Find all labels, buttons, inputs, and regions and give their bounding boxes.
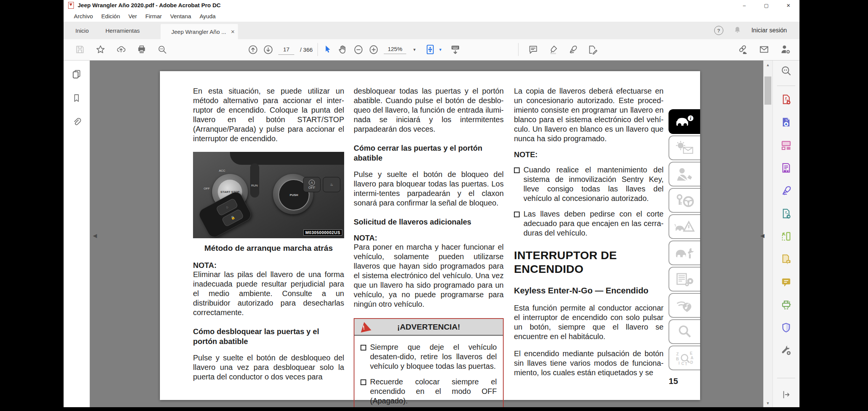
tab-inicio[interactable]: Inicio [75,22,89,39]
menu-firmar[interactable]: Firmar [141,13,166,19]
fill-sign-icon[interactable] [568,45,578,55]
zoom-level-value[interactable]: 125% [384,45,406,54]
chapter-tab-alphabetical-index: ZEABICTD [669,346,700,370]
warning-item: Siempre que deje el vehículo desaten-did… [361,342,497,371]
help-icon[interactable]: ? [714,26,723,35]
export-pdf-icon[interactable] [780,116,792,129]
svg-text:D: D [690,360,693,364]
collapse-right-panel-icon[interactable]: ◀ [760,233,764,239]
select-tool-icon[interactable] [323,45,333,54]
comment-tool-icon[interactable] [780,276,792,289]
warning-title: ¡ADVERTENCIA! [397,322,460,331]
tab-herramientas[interactable]: Herramientas [105,22,140,39]
customize-tools-icon[interactable] [780,345,792,358]
scroll-up-icon[interactable]: ▲ [763,61,772,69]
menu-ver[interactable]: Ver [124,13,141,19]
notifications-bell-icon[interactable] [733,26,742,35]
maximize-button[interactable]: ▢ [755,0,777,11]
close-button[interactable]: ✕ [777,0,799,11]
organize-pages-icon[interactable] [780,139,792,152]
attachments-icon[interactable] [72,117,82,129]
paragraph: El encendido mediante pulsación de botón… [514,349,664,378]
send-for-review-icon[interactable] [780,208,792,221]
scroll-down-icon[interactable]: ▼ [763,399,772,407]
svg-text:E: E [690,351,692,355]
menu-ventana[interactable]: Ventana [166,13,195,19]
fit-page-icon[interactable] [424,44,436,55]
bookmarks-icon[interactable] [72,93,81,105]
star-favorite-icon[interactable] [96,45,105,54]
main-toolbar: / 366 125% ▼ ▼ [64,39,799,61]
title-bar: Jeep Wrangler Año 2020.pdf - Adobe Acrob… [64,0,799,11]
window-title: Jeep Wrangler Año 2020.pdf - Adobe Acrob… [78,2,221,8]
hand-tool-icon[interactable] [338,44,348,55]
redact-document-icon[interactable] [780,162,792,175]
menu-archivo[interactable]: Archivo [70,13,97,19]
chapter-tab-servicing-maintenance [669,241,700,265]
svg-text:T: T [685,362,688,366]
chapter-tab-emergencies [669,214,700,239]
chapter-tab-multimedia [669,293,700,318]
previous-page-icon[interactable] [248,45,258,55]
add-user-icon[interactable] [780,44,791,55]
comment-icon[interactable] [528,45,538,55]
window-controls: – ▢ ✕ [733,0,799,11]
tab-document[interactable]: Jeep Wrangler Año ... ✕ [161,24,238,39]
page-thumbnails-icon[interactable] [71,69,82,81]
menu-ayuda[interactable]: Ayuda [195,13,220,19]
sign-in-button[interactable]: Iniciar sesión [752,27,787,34]
collapse-left-panel-icon[interactable]: ◀ [93,233,97,239]
send-email-icon[interactable] [759,44,769,55]
list-item: Cuando realice el mantenimiento del sist… [514,165,664,203]
note-label: NOTA: [354,234,504,242]
svg-text:C: C [681,361,684,365]
share-cloud-icon[interactable] [116,45,126,54]
document-scrollbar[interactable]: ▲ ▼ [763,61,772,407]
share-link-icon[interactable] [737,44,748,55]
zoom-out-icon[interactable] [353,45,364,55]
compare-files-icon[interactable] [780,253,792,266]
page-column-1: En esta situación, se puede utilizar un … [193,86,344,382]
warning-box: ! ¡ADVERTENCIA! Siempre que deje el vehí… [354,318,504,407]
search-icon[interactable] [157,45,167,54]
create-pdf-icon[interactable] [780,94,792,107]
open-tools-panel-icon[interactable] [781,390,791,401]
photo-dash-panel [230,152,344,165]
optimize-pdf-icon[interactable] [780,231,792,244]
section-heading: Solicitud de llaveros adicionales [354,217,504,227]
protect-icon[interactable] [780,322,792,335]
section-heading: Cómo cerrar las puertas y el portón abat… [354,143,504,163]
highlight-icon[interactable] [548,45,558,55]
save-icon[interactable] [75,45,85,54]
tabbar-right-cluster: ? Iniciar sesión [714,22,787,39]
warning-triangle-icon: ! [359,321,373,333]
scroll-mode-icon[interactable] [450,44,461,55]
chapter-tab-dashboard-symbols [669,135,700,160]
zoom-dropdown-caret[interactable]: ▼ [413,48,416,52]
svg-text:A: A [690,355,693,360]
zoom-in-icon[interactable] [369,45,379,55]
paragraph: Para poner en marcha y hacer funcionar e… [354,242,504,309]
chapter-tab-vehicle-info: i [669,109,700,134]
square-bullet-icon [361,379,366,385]
tools-divider [777,86,795,86]
photo-watermark: M0305000002US [303,229,342,236]
page-number-input[interactable] [278,45,294,55]
fit-page-caret[interactable]: ▼ [439,48,442,52]
next-page-icon[interactable] [263,45,273,55]
photo-dash-groove [250,163,259,198]
paragraph: desbloquear todas las puertas y el portó… [354,86,504,134]
edit-pdf-icon[interactable] [587,45,598,55]
scrollbar-thumb[interactable] [764,76,771,105]
minimize-button[interactable]: – [733,0,755,11]
note-label: NOTA: [193,261,344,270]
zoom-tools-icon[interactable] [780,65,792,78]
tab-close-icon[interactable]: ✕ [231,29,235,35]
print-production-icon[interactable] [780,299,792,312]
navigation-panel [64,61,90,407]
photo-button-a-off: A OFF [303,177,321,192]
print-icon[interactable] [137,45,147,54]
menu-edicion[interactable]: Edición [97,13,124,19]
tab-document-label: Jeep Wrangler Año ... [171,29,226,35]
fill-and-sign-icon[interactable] [780,185,792,198]
